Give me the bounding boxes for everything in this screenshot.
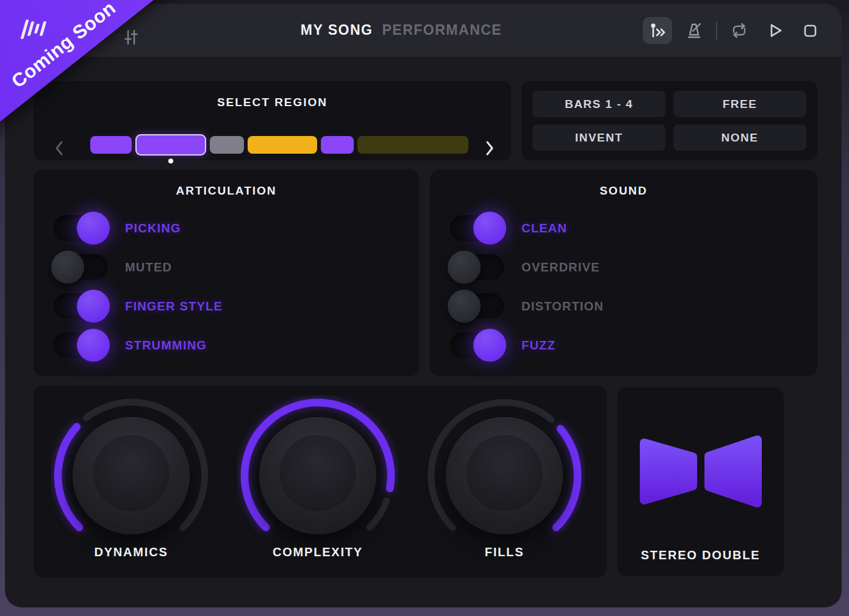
region-next-button[interactable] [485, 140, 495, 157]
follow-playhead-button[interactable] [643, 17, 672, 44]
select-region-panel: SELECT REGION [34, 81, 511, 160]
knob-label: DYNAMICS [51, 545, 212, 559]
knob-face [279, 434, 356, 511]
clean-toggle[interactable] [450, 215, 504, 241]
region-block[interactable] [210, 136, 244, 154]
logo-icon [23, 20, 45, 39]
region-block[interactable] [357, 136, 468, 154]
toggle-row: STRUMMING [34, 326, 419, 365]
sound-toggles: CLEANOVERDRIVEDISTORTIONFUZZ [430, 209, 817, 365]
play-button[interactable] [761, 17, 788, 44]
overdrive-toggle[interactable] [450, 254, 504, 280]
articulation-toggles: PICKINGMUTEDFINGER STYLESTRUMMING [34, 209, 419, 365]
selected-region-dot [168, 159, 173, 163]
knobs-panel: DYNAMICSCOMPLEXITYFILLS [34, 385, 607, 578]
toggle-label: OVERDRIVE [521, 260, 600, 274]
muted-toggle[interactable] [54, 254, 107, 280]
toggle-row: OVERDRIVE [430, 248, 817, 287]
toggle-label: FUZZ [521, 338, 556, 353]
toggle-thumb [473, 329, 506, 362]
articulation-title: ARTICULATION [34, 184, 419, 198]
toggle-label: FINGER STYLE [125, 299, 223, 313]
page-title: MY SONG PERFORMANCE [301, 4, 502, 57]
none-button[interactable]: NONE [673, 124, 806, 151]
complexity-knob[interactable] [259, 417, 376, 534]
complexity-knob-unit: COMPLEXITY [237, 395, 398, 556]
follow-playhead-icon [648, 21, 667, 40]
invent-button[interactable]: INVENT [532, 124, 665, 151]
dynamics-knob[interactable] [73, 417, 190, 534]
region-block[interactable] [90, 136, 132, 154]
free-button[interactable]: FREE [673, 91, 806, 117]
region-block[interactable] [248, 136, 317, 154]
knob-face [93, 434, 170, 511]
loop-icon [729, 21, 750, 40]
distortion-toggle[interactable] [450, 293, 504, 319]
stereo-double-icon[interactable] [636, 430, 765, 513]
toggle-thumb [77, 212, 110, 245]
transport-controls [643, 17, 823, 44]
toggle-row: FINGER STYLE [34, 287, 419, 326]
chevron-right-icon [485, 140, 495, 157]
divider [716, 21, 717, 40]
toggle-thumb [473, 212, 506, 245]
toggle-thumb [448, 290, 481, 323]
app-window: MY SONG PERFORMANCE [5, 4, 842, 607]
strumming-toggle[interactable] [54, 332, 107, 358]
stop-icon [800, 21, 820, 40]
faders-icon [123, 28, 140, 46]
select-region-title: SELECT REGION [34, 96, 511, 109]
knob-label: COMPLEXITY [237, 545, 398, 559]
region-prev-button[interactable] [54, 140, 64, 157]
region-block-selected[interactable] [135, 134, 206, 156]
stop-button[interactable] [797, 17, 823, 44]
toggle-label: PICKING [125, 221, 181, 235]
view-title: PERFORMANCE [382, 22, 503, 38]
fuzz-toggle[interactable] [450, 332, 504, 358]
metronome-button[interactable] [681, 17, 708, 44]
stereo-double-label: STEREO DOUBLE [617, 548, 784, 562]
picking-toggle[interactable] [54, 215, 107, 241]
toggle-thumb [448, 251, 481, 284]
region-options-panel: BARS 1 - 4 FREE INVENT NONE [521, 81, 817, 160]
sound-title: SOUND [430, 184, 817, 198]
toggle-row: CLEAN [430, 209, 817, 248]
region-strip [90, 134, 468, 156]
play-icon [765, 21, 784, 40]
fills-knob[interactable] [446, 417, 563, 534]
toggle-row: DISTORTION [430, 287, 817, 326]
toggle-row: PICKING [34, 209, 419, 248]
sound-panel: SOUND CLEANOVERDRIVEDISTORTIONFUZZ [430, 170, 817, 376]
dynamics-knob-unit: DYNAMICS [51, 395, 212, 556]
articulation-panel: ARTICULATION PICKINGMUTEDFINGER STYLESTR… [34, 170, 419, 376]
toggle-thumb [77, 290, 110, 323]
toggle-row: MUTED [34, 248, 419, 287]
chevron-left-icon [54, 140, 64, 157]
finger-style-toggle[interactable] [54, 293, 107, 319]
bars-range-button[interactable]: BARS 1 - 4 [532, 91, 665, 117]
toggle-label: DISTORTION [521, 299, 604, 313]
song-title: MY SONG [301, 22, 373, 38]
fills-knob-unit: FILLS [424, 395, 585, 556]
toggle-row: FUZZ [430, 326, 817, 365]
toggle-thumb [77, 329, 110, 362]
metronome-icon [684, 21, 704, 40]
toggle-label: CLEAN [521, 221, 567, 235]
toggle-label: MUTED [125, 260, 172, 274]
toggle-label: STRUMMING [125, 338, 207, 353]
toggle-thumb [51, 251, 84, 284]
knob-face [466, 434, 543, 511]
stereo-double-panel: STEREO DOUBLE [617, 387, 784, 576]
region-block[interactable] [321, 136, 354, 154]
knob-label: FILLS [424, 545, 585, 559]
loop-button[interactable] [726, 17, 753, 44]
